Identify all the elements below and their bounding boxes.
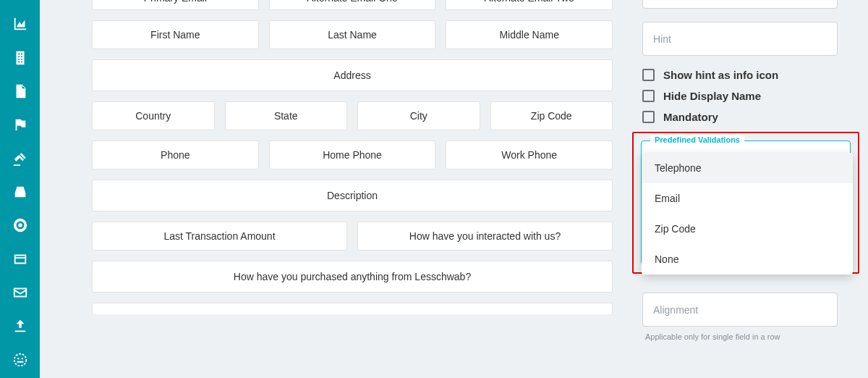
field-label: Last Transaction Amount: [163, 230, 275, 242]
field-next-partial[interactable]: [92, 303, 613, 314]
dropdown-option-zip[interactable]: Zip Code: [642, 214, 853, 244]
field-label: Alternate Email Two: [485, 0, 574, 4]
field-purchased-from[interactable]: How have you purchased anything from Les…: [92, 261, 613, 293]
field-alt-email-two[interactable]: Alternate Email Two: [446, 0, 613, 10]
building-icon: [12, 50, 28, 69]
field-label: City: [410, 110, 427, 122]
checkbox-icon: [642, 90, 655, 102]
sidebar-nav: [0, 0, 40, 378]
nav-building[interactable]: [0, 42, 40, 75]
alignment-select[interactable]: Alignment: [642, 293, 838, 327]
dropdown-option-telephone[interactable]: Telephone: [642, 153, 853, 183]
nav-drive[interactable]: [0, 177, 40, 210]
field-label: How have you interacted with us?: [409, 230, 561, 242]
field-label: Home Phone: [323, 149, 382, 161]
properties-panel: Hint Show hint as info icon Hide Display…: [637, 0, 868, 378]
nav-lifebuoy[interactable]: [0, 210, 40, 243]
field-label: Description: [327, 190, 378, 201]
drive-icon: [12, 184, 28, 203]
field-description[interactable]: Description: [92, 180, 613, 211]
field-zip-code[interactable]: Zip Code: [490, 101, 613, 130]
gavel-icon: [12, 151, 28, 169]
lifebuoy-icon: [12, 217, 28, 236]
dropdown-legend: Predefined Validations: [650, 135, 744, 144]
checkbox-icon: [642, 111, 655, 123]
card-icon: [12, 251, 28, 270]
nav-meh[interactable]: [0, 345, 40, 378]
checkbox-label: Mandatory: [663, 111, 718, 123]
option-label: Zip Code: [655, 223, 696, 235]
nav-envelope[interactable]: [0, 277, 40, 311]
field-country[interactable]: Country: [92, 101, 215, 130]
input-above-partial[interactable]: [642, 0, 838, 9]
predefined-validations-highlight: Predefined Validations Telephone Email Z…: [632, 132, 859, 274]
nav-document[interactable]: [0, 76, 40, 109]
checkbox-show-hint-icon[interactable]: Show hint as info icon: [642, 69, 838, 81]
dropdown-option-email[interactable]: Email: [642, 183, 853, 214]
nav-flag[interactable]: [0, 109, 40, 143]
nav-card[interactable]: [0, 244, 40, 277]
nav-chart[interactable]: [0, 9, 40, 42]
field-home-phone[interactable]: Home Phone: [269, 140, 436, 169]
field-label: Middle Name: [499, 29, 558, 41]
checkbox-hide-display-name[interactable]: Hide Display Name: [642, 90, 838, 102]
field-alt-email-one[interactable]: Alternate Email One: [269, 0, 436, 10]
field-label: Alternate Email One: [307, 0, 397, 4]
field-first-name[interactable]: First Name: [92, 20, 259, 49]
checkbox-label: Show hint as info icon: [663, 69, 778, 81]
svg-point-2: [21, 358, 22, 359]
field-city[interactable]: City: [357, 101, 480, 130]
field-label: How have you purchased anything from Les…: [234, 271, 471, 282]
flag-icon: [12, 117, 28, 135]
dropdown-option-none[interactable]: None: [642, 244, 853, 274]
field-primary-email[interactable]: Primary Email: [92, 0, 259, 10]
checkbox-icon: [642, 69, 655, 81]
field-interacted[interactable]: How have you interacted with us?: [357, 222, 613, 251]
hint-input[interactable]: Hint: [642, 22, 838, 56]
hint-placeholder: Hint: [653, 33, 671, 45]
field-label: Primary Email: [144, 0, 207, 4]
field-label: Zip Code: [531, 110, 572, 122]
form-builder-canvas: Primary Email Alternate Email One Altern…: [40, 0, 637, 378]
document-icon: [12, 83, 28, 102]
option-label: None: [655, 253, 678, 265]
field-label: State: [274, 110, 298, 122]
field-last-transaction[interactable]: Last Transaction Amount: [92, 222, 347, 251]
alignment-placeholder: Alignment: [653, 304, 698, 316]
envelope-icon: [12, 285, 28, 303]
field-last-name[interactable]: Last Name: [269, 20, 436, 49]
field-label: Last Name: [328, 29, 377, 41]
checkbox-label: Hide Display Name: [663, 90, 761, 102]
field-address[interactable]: Address: [92, 59, 613, 91]
svg-point-0: [14, 354, 26, 366]
nav-upload[interactable]: [0, 311, 40, 344]
field-label: First Name: [150, 29, 200, 41]
field-work-phone[interactable]: Work Phone: [446, 140, 613, 169]
option-label: Telephone: [655, 162, 702, 174]
alignment-help-text: Applicable only for single field in a ro…: [642, 332, 838, 341]
field-label: Country: [135, 110, 171, 122]
predefined-validations-select[interactable]: Predefined Validations Telephone Email Z…: [641, 140, 851, 265]
field-state[interactable]: State: [225, 101, 348, 130]
svg-point-1: [17, 358, 19, 359]
field-label: Work Phone: [501, 149, 557, 161]
chart-icon: [12, 16, 28, 35]
field-middle-name[interactable]: Middle Name: [446, 20, 613, 49]
nav-gavel[interactable]: [0, 143, 40, 176]
meh-icon: [12, 352, 28, 371]
checkbox-mandatory[interactable]: Mandatory: [642, 111, 838, 123]
field-label: Phone: [161, 149, 190, 161]
dropdown-menu: Telephone Email Zip Code None: [642, 153, 853, 274]
option-label: Email: [655, 193, 680, 204]
upload-icon: [12, 318, 28, 337]
field-label: Address: [333, 70, 370, 81]
field-phone[interactable]: Phone: [92, 140, 259, 169]
